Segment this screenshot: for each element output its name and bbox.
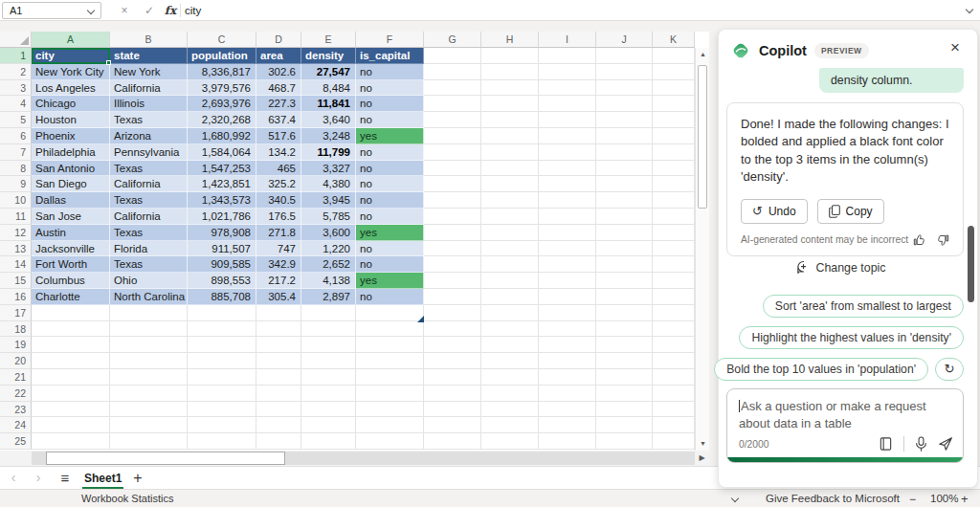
change-topic-button[interactable]: Change topic [719,260,964,275]
column-header-B[interactable]: B [110,32,188,48]
horizontal-scroll-thumb[interactable] [46,452,285,465]
cell-H13[interactable] [481,241,539,257]
cell-K21[interactable] [653,369,695,386]
select-all-button[interactable] [0,32,32,48]
cell-I4[interactable] [539,96,596,112]
cell-G11[interactable] [424,209,481,225]
cell-E4[interactable]: 11,841 [301,96,356,112]
cell-D24[interactable] [256,417,301,433]
cell-E22[interactable] [301,386,356,402]
row-header-11[interactable]: 11 [0,209,32,225]
cell-J10[interactable] [596,192,653,209]
column-header-C[interactable]: C [188,32,256,48]
send-icon[interactable] [938,436,953,452]
cell-C11[interactable]: 1,021,786 [188,209,256,225]
cell-K4[interactable] [653,96,695,112]
cell-J11[interactable] [596,209,653,225]
cell-J16[interactable] [596,289,653,305]
cell-D13[interactable]: 747 [256,241,301,257]
cell-D9[interactable]: 325.2 [256,176,301,192]
cell-B22[interactable] [110,386,188,402]
cell-J13[interactable] [596,241,653,257]
cell-J15[interactable] [596,273,653,289]
row-header-16[interactable]: 16 [0,289,32,305]
cell-D7[interactable]: 134.2 [256,144,301,161]
cell-K19[interactable] [653,337,695,353]
cell-C13[interactable]: 911,507 [188,241,256,257]
cell-G13[interactable] [424,241,481,257]
cell-J14[interactable] [596,256,653,273]
row-header-6[interactable]: 6 [0,128,32,144]
cell-H24[interactable] [481,417,539,433]
workbook-statistics[interactable]: Workbook Statistics [81,493,173,504]
cell-J18[interactable] [596,321,653,338]
cell-K16[interactable] [653,289,695,305]
cell-G2[interactable] [424,64,481,80]
cell-I15[interactable] [539,273,596,289]
cell-K25[interactable] [653,433,695,450]
copilot-input[interactable]: Ask a question or make a request about d… [726,388,964,463]
zoom-in-button[interactable]: + [961,492,969,506]
cell-I16[interactable] [539,289,596,305]
cell-B8[interactable]: Texas [110,161,188,177]
cell-J12[interactable] [596,225,653,241]
cell-H3[interactable] [481,80,539,97]
cell-K7[interactable] [653,144,695,161]
cell-C10[interactable]: 1,343,573 [188,192,256,209]
row-header-7[interactable]: 7 [0,144,32,161]
cell-B14[interactable]: Texas [110,256,188,273]
scroll-right-icon[interactable]: ▶ [695,452,709,465]
cell-F19[interactable] [356,337,424,353]
name-box[interactable]: A1 [2,2,101,19]
column-header-K[interactable]: K [653,32,695,48]
cell-B25[interactable] [110,433,188,450]
cell-A7[interactable]: Philadelphia [32,144,110,161]
cell-I14[interactable] [539,256,596,273]
cell-B21[interactable] [110,369,188,386]
row-header-4[interactable]: 4 [0,96,32,112]
cell-B23[interactable] [110,402,188,418]
cell-I2[interactable] [539,64,596,80]
cell-E5[interactable]: 3,640 [301,112,356,128]
cell-A25[interactable] [32,433,110,450]
cell-H4[interactable] [481,96,539,112]
column-header-H[interactable]: H [481,32,539,48]
cell-I17[interactable] [539,305,596,321]
cell-B24[interactable] [110,417,188,433]
row-header-10[interactable]: 10 [0,192,32,209]
refresh-suggestions-icon[interactable]: ↻ [935,358,964,381]
cell-D11[interactable]: 176.5 [256,209,301,225]
cell-E23[interactable] [301,402,356,418]
cell-G1[interactable] [424,48,481,64]
microphone-icon[interactable] [915,436,927,452]
cell-B11[interactable]: California [110,209,188,225]
cell-A21[interactable] [32,369,110,386]
cell-D12[interactable]: 271.8 [256,225,301,241]
add-sheet-button[interactable]: + [128,467,147,490]
cell-G19[interactable] [424,337,481,353]
cell-H22[interactable] [481,386,539,402]
cell-D1[interactable]: area [256,48,301,64]
cell-B1[interactable]: state [110,48,188,64]
cell-D6[interactable]: 517.6 [256,128,301,144]
cell-C16[interactable]: 885,708 [188,289,256,305]
panel-scrollbar-thumb[interactable] [968,226,974,302]
cell-B15[interactable]: Ohio [110,273,188,289]
cell-D8[interactable]: 465 [256,161,301,177]
cell-C7[interactable]: 1,584,064 [188,144,256,161]
cell-E3[interactable]: 8,484 [301,80,356,97]
cell-C6[interactable]: 1,680,992 [188,128,256,144]
column-header-E[interactable]: E [301,32,356,48]
cell-A4[interactable]: Chicago [32,96,110,112]
cell-D4[interactable]: 227.3 [256,96,301,112]
cell-K6[interactable] [653,128,695,144]
vertical-scroll-thumb[interactable] [698,65,707,209]
cell-G22[interactable] [424,386,481,402]
cell-J1[interactable] [596,48,653,64]
cell-G23[interactable] [424,402,481,418]
cell-B18[interactable] [110,321,188,338]
row-header-14[interactable]: 14 [0,256,32,273]
cell-I18[interactable] [539,321,596,338]
prev-sheet-icon[interactable]: ‹ [4,467,23,490]
cell-A15[interactable]: Columbus [32,273,110,289]
